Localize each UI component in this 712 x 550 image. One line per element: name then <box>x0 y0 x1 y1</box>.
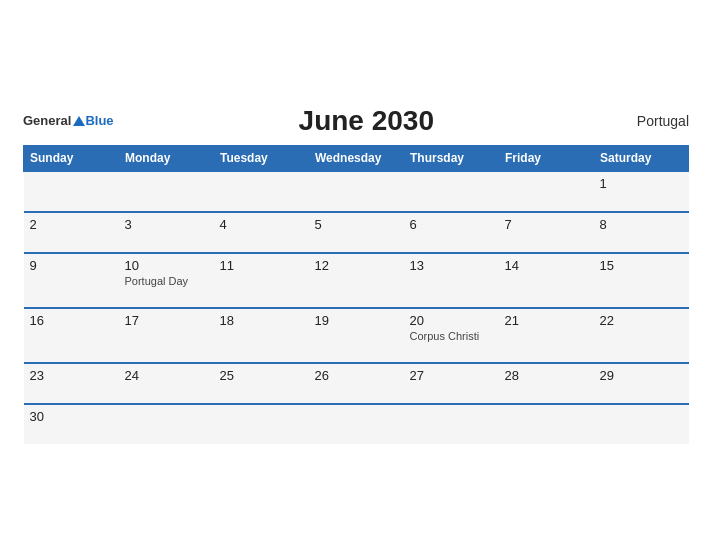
day-number: 10 <box>125 258 208 273</box>
calendar-header: General Blue June 2030 Portugal <box>23 105 689 137</box>
day-number: 25 <box>220 368 303 383</box>
day-number: 13 <box>410 258 493 273</box>
day-number: 14 <box>505 258 588 273</box>
calendar-day-cell <box>214 171 309 212</box>
day-number: 3 <box>125 217 208 232</box>
calendar-week-row: 910Portugal Day1112131415 <box>24 253 689 308</box>
logo: General Blue <box>23 114 114 127</box>
calendar-week-row: 30 <box>24 404 689 444</box>
calendar-day-cell: 25 <box>214 363 309 404</box>
day-number: 22 <box>600 313 683 328</box>
day-number: 16 <box>30 313 113 328</box>
calendar-day-cell <box>404 404 499 444</box>
calendar-day-cell: 11 <box>214 253 309 308</box>
calendar-day-cell: 12 <box>309 253 404 308</box>
calendar-day-cell <box>24 171 119 212</box>
calendar-day-cell: 19 <box>309 308 404 363</box>
calendar-grid: Sunday Monday Tuesday Wednesday Thursday… <box>23 145 689 444</box>
calendar-day-cell <box>214 404 309 444</box>
calendar-day-cell: 13 <box>404 253 499 308</box>
calendar-day-cell: 1 <box>594 171 689 212</box>
day-number: 29 <box>600 368 683 383</box>
calendar-day-cell: 22 <box>594 308 689 363</box>
calendar-day-cell: 30 <box>24 404 119 444</box>
day-number: 9 <box>30 258 113 273</box>
day-number: 6 <box>410 217 493 232</box>
day-number: 11 <box>220 258 303 273</box>
header-wednesday: Wednesday <box>309 145 404 171</box>
calendar-day-cell: 9 <box>24 253 119 308</box>
day-number: 17 <box>125 313 208 328</box>
calendar-day-cell: 29 <box>594 363 689 404</box>
day-number: 24 <box>125 368 208 383</box>
calendar-day-cell: 15 <box>594 253 689 308</box>
calendar-day-cell: 26 <box>309 363 404 404</box>
day-event-label: Portugal Day <box>125 275 208 287</box>
calendar-day-cell: 21 <box>499 308 594 363</box>
calendar-day-cell: 3 <box>119 212 214 253</box>
calendar-day-cell: 27 <box>404 363 499 404</box>
calendar-day-cell: 2 <box>24 212 119 253</box>
calendar-week-row: 23242526272829 <box>24 363 689 404</box>
day-number: 20 <box>410 313 493 328</box>
calendar-day-cell: 28 <box>499 363 594 404</box>
day-number: 4 <box>220 217 303 232</box>
day-number: 1 <box>600 176 683 191</box>
day-number: 2 <box>30 217 113 232</box>
day-number: 8 <box>600 217 683 232</box>
calendar-week-row: 1617181920Corpus Christi2122 <box>24 308 689 363</box>
calendar-day-cell: 4 <box>214 212 309 253</box>
day-number: 5 <box>315 217 398 232</box>
calendar-day-cell <box>499 171 594 212</box>
calendar-week-row: 2345678 <box>24 212 689 253</box>
day-number: 28 <box>505 368 588 383</box>
day-number: 12 <box>315 258 398 273</box>
calendar-day-cell: 8 <box>594 212 689 253</box>
day-number: 15 <box>600 258 683 273</box>
calendar-day-cell <box>594 404 689 444</box>
calendar-day-cell <box>119 404 214 444</box>
header-sunday: Sunday <box>24 145 119 171</box>
header-friday: Friday <box>499 145 594 171</box>
calendar-day-cell: 14 <box>499 253 594 308</box>
header-monday: Monday <box>119 145 214 171</box>
day-event-label: Corpus Christi <box>410 330 493 342</box>
header-thursday: Thursday <box>404 145 499 171</box>
day-number: 7 <box>505 217 588 232</box>
calendar-day-cell: 10Portugal Day <box>119 253 214 308</box>
header-saturday: Saturday <box>594 145 689 171</box>
calendar-day-cell: 6 <box>404 212 499 253</box>
calendar-day-cell: 20Corpus Christi <box>404 308 499 363</box>
calendar-day-cell <box>119 171 214 212</box>
day-number: 26 <box>315 368 398 383</box>
calendar-day-cell: 18 <box>214 308 309 363</box>
weekday-header-row: Sunday Monday Tuesday Wednesday Thursday… <box>24 145 689 171</box>
logo-triangle-icon <box>73 116 85 126</box>
calendar-day-cell: 16 <box>24 308 119 363</box>
calendar-day-cell <box>404 171 499 212</box>
calendar-day-cell: 23 <box>24 363 119 404</box>
day-number: 30 <box>30 409 113 424</box>
calendar-day-cell <box>499 404 594 444</box>
calendar-country: Portugal <box>619 113 689 129</box>
calendar: General Blue June 2030 Portugal Sunday M… <box>11 95 701 456</box>
day-number: 18 <box>220 313 303 328</box>
calendar-title: June 2030 <box>114 105 619 137</box>
calendar-week-row: 1 <box>24 171 689 212</box>
calendar-day-cell: 24 <box>119 363 214 404</box>
header-tuesday: Tuesday <box>214 145 309 171</box>
calendar-day-cell: 17 <box>119 308 214 363</box>
calendar-day-cell <box>309 171 404 212</box>
calendar-day-cell <box>309 404 404 444</box>
logo-general-text: General <box>23 114 71 127</box>
logo-blue-text: Blue <box>85 114 113 127</box>
calendar-day-cell: 7 <box>499 212 594 253</box>
day-number: 27 <box>410 368 493 383</box>
day-number: 23 <box>30 368 113 383</box>
day-number: 21 <box>505 313 588 328</box>
calendar-day-cell: 5 <box>309 212 404 253</box>
day-number: 19 <box>315 313 398 328</box>
